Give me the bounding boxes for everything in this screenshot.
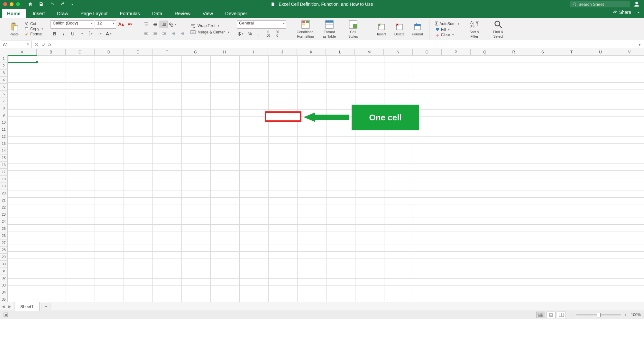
row-header[interactable]: 14 xyxy=(0,147,8,155)
column-header[interactable]: S xyxy=(528,49,557,55)
merge-center-button[interactable]: Merge & Center▾ xyxy=(190,30,229,35)
column-header[interactable]: T xyxy=(557,49,586,55)
sort-filter-button[interactable]: AZ Sort & Filter xyxy=(463,20,486,38)
normal-view-button[interactable] xyxy=(536,312,545,318)
copy-button[interactable]: Copy▾ xyxy=(24,27,43,31)
column-header[interactable]: M xyxy=(355,49,384,55)
share-button[interactable]: Share xyxy=(613,10,641,15)
search-input[interactable] xyxy=(578,2,627,7)
cancel-formula-icon[interactable] xyxy=(34,42,39,47)
fx-label[interactable]: fx xyxy=(48,42,51,47)
row-header[interactable]: 28 xyxy=(0,247,8,254)
qat-customize-icon[interactable]: ▾ xyxy=(71,3,73,6)
undo-icon[interactable] xyxy=(50,2,55,7)
fill-button[interactable]: Fill▾ xyxy=(435,27,459,32)
row-header[interactable]: 8 xyxy=(0,105,8,112)
collapse-ribbon-icon[interactable] xyxy=(636,10,641,14)
zoom-out-button[interactable]: − xyxy=(570,312,573,317)
row-header[interactable]: 20 xyxy=(0,190,8,197)
column-header[interactable]: L xyxy=(326,49,355,55)
row-header[interactable]: 16 xyxy=(0,162,8,169)
row-header[interactable]: 34 xyxy=(0,289,8,296)
autosum-button[interactable]: Σ AutoSum▾ xyxy=(435,21,459,27)
row-header[interactable]: 3 xyxy=(0,70,8,77)
align-right-button[interactable] xyxy=(160,30,168,37)
select-all-cells-button[interactable] xyxy=(0,49,8,56)
font-size-select[interactable]: 12 xyxy=(95,20,116,29)
tab-data[interactable]: Data xyxy=(147,9,168,18)
macro-record-icon[interactable] xyxy=(3,312,8,317)
row-header[interactable]: 1 xyxy=(0,55,8,62)
format-as-table-button[interactable]: Format as Table xyxy=(317,20,341,38)
row-header[interactable]: 13 xyxy=(0,140,8,147)
zoom-level[interactable]: 100% xyxy=(631,313,641,317)
cell-grid[interactable] xyxy=(8,55,644,302)
row-header[interactable]: 30 xyxy=(0,261,8,268)
column-header[interactable]: P xyxy=(442,49,471,55)
row-header[interactable]: 7 xyxy=(0,98,8,105)
fill-color-button[interactable]: ▾ xyxy=(96,30,104,38)
tab-page-layout[interactable]: Page Layout xyxy=(75,9,113,18)
align-top-button[interactable] xyxy=(142,21,150,28)
comma-format-button[interactable]: , xyxy=(255,30,263,38)
insert-cells-button[interactable]: Insert xyxy=(373,22,391,36)
redo-icon[interactable] xyxy=(60,2,66,7)
search-sheet[interactable] xyxy=(570,1,630,7)
tab-review[interactable]: Review xyxy=(170,9,196,18)
column-header[interactable]: F xyxy=(152,49,181,55)
row-header[interactable]: 19 xyxy=(0,183,8,190)
row-header[interactable]: 6 xyxy=(0,91,8,98)
row-header[interactable]: 17 xyxy=(0,169,8,176)
row-header[interactable]: 29 xyxy=(0,254,8,261)
decrease-font-button[interactable]: A▾ xyxy=(126,20,134,28)
font-color-button[interactable]: A▾ xyxy=(105,30,113,38)
underline-button[interactable]: U xyxy=(69,30,77,38)
zoom-window-icon[interactable] xyxy=(16,2,20,6)
name-box[interactable]: A1 ▲▼ xyxy=(1,41,32,48)
percent-format-button[interactable]: % xyxy=(246,30,254,38)
column-header[interactable]: K xyxy=(297,49,326,55)
page-break-view-button[interactable] xyxy=(557,312,566,318)
row-header[interactable]: 31 xyxy=(0,268,8,275)
column-header[interactable]: H xyxy=(210,49,239,55)
cell-styles-button[interactable]: Cell Styles xyxy=(341,20,365,38)
tab-home[interactable]: Home xyxy=(2,9,26,18)
zoom-in-button[interactable]: + xyxy=(624,312,627,317)
align-center-button[interactable] xyxy=(151,30,159,37)
add-sheet-button[interactable]: + xyxy=(41,303,51,310)
close-window-icon[interactable] xyxy=(3,2,7,6)
row-header[interactable]: 32 xyxy=(0,275,8,282)
row-header[interactable]: 15 xyxy=(0,155,8,162)
paste-button[interactable]: Paste xyxy=(5,22,23,36)
clear-button[interactable]: Clear▾ xyxy=(435,33,459,37)
column-header[interactable]: G xyxy=(181,49,210,55)
save-icon[interactable] xyxy=(39,2,44,7)
cut-button[interactable]: Cut xyxy=(24,22,43,26)
italic-button[interactable]: I xyxy=(60,30,68,38)
column-header[interactable]: J xyxy=(268,49,297,55)
font-name-select[interactable]: Calibri (Body) xyxy=(51,20,94,29)
column-header[interactable]: N xyxy=(384,49,413,55)
row-header[interactable]: 26 xyxy=(0,232,8,239)
page-layout-view-button[interactable] xyxy=(547,312,556,318)
sheet-tab-sheet1[interactable]: Sheet1 xyxy=(14,302,40,311)
bold-button[interactable]: B xyxy=(51,30,59,38)
column-header[interactable]: E xyxy=(124,49,152,55)
align-left-button[interactable] xyxy=(142,30,150,37)
column-header[interactable]: I xyxy=(239,49,268,55)
row-header[interactable]: 11 xyxy=(0,126,8,133)
zoom-slider[interactable] xyxy=(576,314,621,315)
column-header[interactable]: V xyxy=(615,49,644,55)
accounting-format-button[interactable]: $▾ xyxy=(237,30,245,38)
column-header[interactable]: A xyxy=(8,49,37,55)
row-header[interactable]: 4 xyxy=(0,77,8,84)
column-header[interactable]: D xyxy=(95,49,124,55)
underline-more-button[interactable]: ▾ xyxy=(78,30,86,38)
align-bottom-button[interactable] xyxy=(160,21,168,28)
tab-developer[interactable]: Developer xyxy=(220,9,252,18)
row-header[interactable]: 21 xyxy=(0,197,8,204)
minimize-window-icon[interactable] xyxy=(10,2,14,6)
align-middle-button[interactable] xyxy=(151,21,159,28)
column-header[interactable]: U xyxy=(586,49,615,55)
column-header[interactable]: B xyxy=(37,49,66,55)
